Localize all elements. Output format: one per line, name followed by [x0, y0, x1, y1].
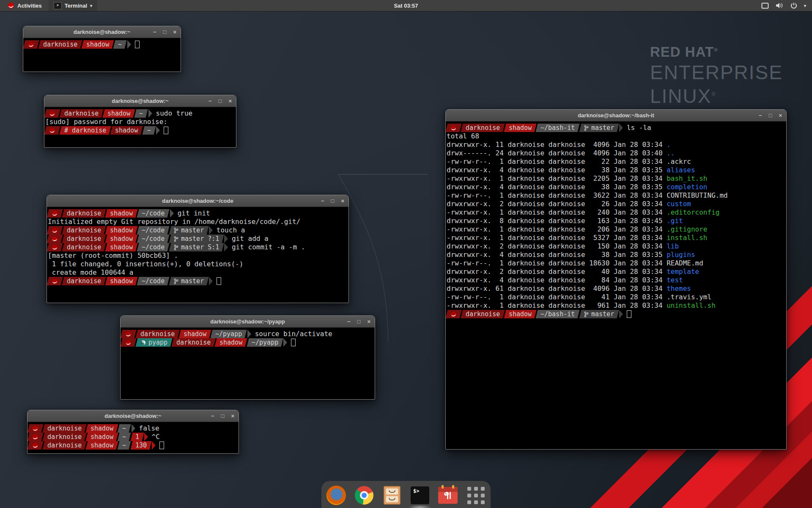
app-menu-terminal[interactable]: > Terminal ▾ — [49, 0, 97, 11]
window-title-bar[interactable]: darknoise@shadow:~−□× — [44, 95, 236, 107]
terminal-window: darknoise@shadow:~/pyapp−□×darknoiseshad… — [120, 315, 375, 400]
close-button[interactable]: × — [779, 110, 782, 121]
prompt-arrow — [224, 243, 228, 251]
chevron-down-icon: ▾ — [90, 3, 92, 8]
window-title-bar[interactable]: darknoise@shadow:~/pyapp−□× — [121, 316, 375, 328]
prompt-segment-host: shadow — [105, 277, 138, 285]
clock-label[interactable]: Sat 03:57 — [394, 3, 418, 9]
screen-icon[interactable] — [761, 3, 769, 9]
prompt-segment-git: master — [579, 124, 619, 132]
prompt-segment-user: darknoise — [461, 310, 505, 318]
close-button[interactable]: × — [341, 195, 344, 207]
power-icon[interactable] — [790, 2, 797, 9]
segment-text: master — [181, 226, 204, 235]
terminal-content[interactable]: darknoiseshadow~/codegit initInitialized… — [47, 207, 348, 303]
minimize-button[interactable]: − — [321, 195, 324, 207]
dock-item-files[interactable] — [382, 485, 402, 505]
dock-item-app-grid[interactable] — [466, 485, 486, 505]
segment-text: shadow — [86, 40, 109, 49]
terminal-content[interactable]: darknoiseshadow~falsedarknoiseshadow~1^C… — [27, 422, 239, 454]
window-title: darknoise@shadow:~/code — [162, 198, 233, 204]
activities-button[interactable]: Activities — [3, 0, 46, 11]
minimize-button[interactable]: − — [759, 110, 762, 121]
chevron-down-icon[interactable]: ▾ — [804, 3, 806, 8]
executable-name: .editorconfig — [667, 208, 719, 216]
segment-text: shadow — [110, 209, 133, 218]
toolbox-icon — [438, 487, 458, 504]
terminal-content[interactable]: darknoiseshadow~/pyappsource bin/activat… — [121, 328, 375, 400]
maximize-button[interactable]: □ — [163, 26, 167, 38]
git-branch-icon — [584, 125, 589, 131]
files-icon — [384, 486, 401, 505]
terminal-output-line: -rwxrwxr-x. 1 darknoise darknoise 240 Ja… — [447, 208, 785, 217]
prompt-segment-user: darknoise — [62, 277, 106, 285]
prompt-arrow — [127, 40, 131, 49]
terminal-content[interactable]: darknoiseshadow~sudo true[sudo] password… — [44, 107, 236, 148]
directory-name: template — [667, 268, 699, 276]
minimize-button[interactable]: − — [347, 316, 351, 327]
dock-item-chrome[interactable] — [354, 485, 374, 505]
maximize-button[interactable]: □ — [219, 95, 222, 107]
terminal-window: darknoise@shadow:~/bash-it−□×darknoisesh… — [445, 109, 787, 450]
maximize-button[interactable]: □ — [769, 110, 772, 121]
prompt-segment-user: darknoise — [62, 226, 106, 235]
rhel-branding: RED HAT® ENTERPRISE LINUX® — [650, 44, 783, 108]
output-text: total 68 — [447, 132, 479, 140]
git-branch-icon — [584, 311, 589, 318]
terminal-cursor — [164, 127, 168, 134]
dock-item-terminal[interactable]: $> — [410, 485, 430, 505]
terminal-output-line: -rwxrwxr-x. 1 darknoise darknoise 2205 J… — [447, 174, 785, 183]
close-button[interactable]: × — [231, 410, 234, 422]
segment-text: shadow — [115, 126, 138, 135]
prompt-segment-user: darknoise — [60, 109, 104, 118]
prompt-segment-path: ~ — [113, 40, 127, 49]
minimize-button[interactable]: − — [153, 26, 156, 38]
window-title-bar[interactable]: darknoise@shadow:~−□× — [23, 26, 181, 38]
window-title-bar[interactable]: darknoise@shadow:~/code−□× — [47, 195, 348, 207]
maximize-button[interactable]: □ — [357, 316, 361, 327]
maximize-button[interactable]: □ — [331, 195, 335, 207]
top-bar: Activities > Terminal ▾ Sat 03:57 ▾ — [0, 0, 812, 11]
prompt-segment-user — [44, 109, 60, 118]
chrome-icon — [355, 486, 373, 505]
terminal-window: darknoise@shadow:~/code−□×darknoiseshado… — [47, 195, 349, 303]
dock-item-toolbox[interactable] — [438, 485, 458, 505]
terminal-content[interactable]: darknoiseshadow~ — [23, 38, 181, 72]
prompt-segment-host: shadow — [504, 310, 537, 318]
window-title-bar[interactable]: darknoise@shadow:~−□× — [27, 410, 239, 422]
prompt-segment-user: darknoise — [43, 424, 87, 433]
terminal-prompt-line: darknoiseshadow~130 — [28, 441, 238, 450]
executable-name: bash_it.sh — [667, 174, 707, 182]
terminal-output-line: -rw-rw-r--. 1 darknoise darknoise 18630 … — [447, 259, 785, 268]
minimize-button[interactable]: − — [211, 410, 214, 422]
volume-icon[interactable] — [776, 2, 784, 9]
terminal-cursor — [627, 310, 631, 318]
close-button[interactable]: × — [367, 316, 370, 327]
maximize-button[interactable]: □ — [221, 410, 225, 422]
redhat-icon — [125, 331, 132, 337]
prompt-segment-host: shadow — [105, 235, 138, 243]
dock-item-firefox[interactable] — [326, 485, 346, 505]
terminal-output-line: -rwxrwxr-x. 1 darknoise darknoise 961 Ja… — [447, 301, 785, 310]
terminal-prompt-line: darknoiseshadow~sudo true — [45, 109, 235, 118]
output-text: -rwxrwxr-x. 1 darknoise darknoise 2205 J… — [447, 174, 667, 182]
segment-text: shadow — [107, 109, 130, 118]
output-text: drwxrwxr-x. 4 darknoise darknoise 38 Jan… — [447, 251, 667, 259]
window-title-bar[interactable]: darknoise@shadow:~/bash-it−□× — [446, 110, 786, 121]
terminal-cursor — [217, 277, 221, 285]
prompt-arrow — [224, 235, 228, 243]
minimize-button[interactable]: − — [208, 95, 212, 107]
prompt-segment-path: ~ — [118, 424, 131, 433]
segment-text: ~/code — [142, 243, 165, 251]
redhat-icon — [52, 244, 58, 251]
segment-text: master ?:1 — [181, 235, 219, 243]
redhat-icon — [49, 127, 55, 134]
segment-text: ~/pyapp — [215, 330, 242, 338]
close-button[interactable]: × — [228, 95, 232, 107]
close-button[interactable]: × — [173, 26, 176, 38]
terminal-content[interactable]: darknoiseshadow~/bash-itmasterls -latota… — [446, 121, 786, 450]
prompt-segment-path: ~/bash-it — [536, 310, 580, 318]
terminal-output-line: -rw-rw-r--. 1 darknoise darknoise 3622 J… — [447, 191, 785, 200]
top-bar-left: Activities > Terminal ▾ — [0, 0, 97, 11]
prompt-arrow — [619, 310, 623, 318]
